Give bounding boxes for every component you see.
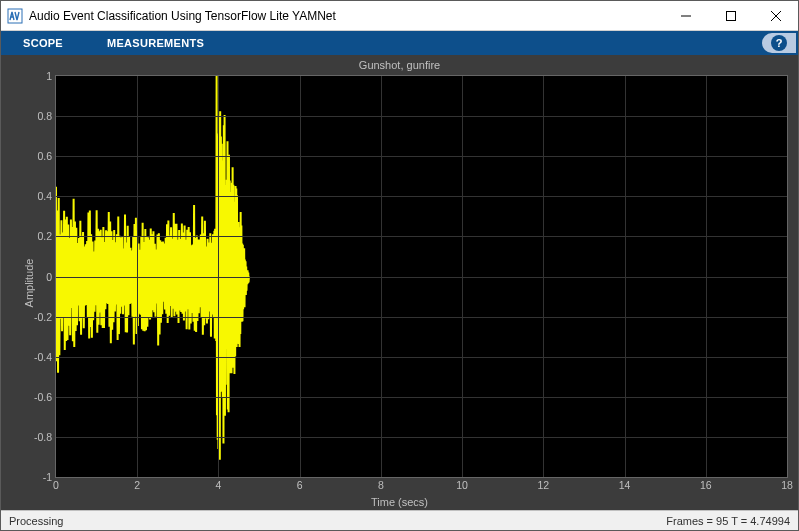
help-icon: ? (771, 35, 787, 51)
maximize-button[interactable] (708, 1, 753, 31)
tab-scope[interactable]: SCOPE (1, 31, 85, 55)
plot-title: Gunshot, gunfire (1, 59, 798, 71)
grid-line-h (56, 196, 787, 197)
status-text: Processing (9, 515, 666, 527)
help-button[interactable]: ? (762, 33, 796, 53)
grid-line-v (625, 76, 626, 477)
window-title: Audio Event Classification Using TensorF… (29, 9, 663, 23)
y-tick-label: 1 (46, 70, 56, 82)
x-axis-label: Time (secs) (1, 496, 798, 508)
x-tick-label: 0 (53, 477, 59, 491)
grid-line-h (56, 397, 787, 398)
grid-line-h (56, 357, 787, 358)
svg-rect-2 (726, 11, 735, 20)
grid-line-v (218, 76, 219, 477)
svg-rect-0 (8, 9, 22, 23)
window-controls (663, 1, 798, 31)
y-tick-label: 0.8 (37, 110, 56, 122)
titlebar[interactable]: Audio Event Classification Using TensorF… (1, 1, 798, 31)
scope-area: Gunshot, gunfire Amplitude Time (secs) -… (1, 55, 798, 510)
status-metrics: Frames = 95 T = 4.74994 (666, 515, 790, 527)
y-tick-label: 0.2 (37, 230, 56, 242)
x-tick-label: 2 (134, 477, 140, 491)
grid-line-v (381, 76, 382, 477)
minimize-button[interactable] (663, 1, 708, 31)
app-icon (7, 8, 23, 24)
x-tick-label: 6 (297, 477, 303, 491)
x-tick-label: 8 (378, 477, 384, 491)
grid-line-v (462, 76, 463, 477)
tab-measurements[interactable]: MEASUREMENTS (85, 31, 226, 55)
y-axis-label: Amplitude (23, 258, 35, 307)
y-tick-label: 0 (46, 271, 56, 283)
grid-line-h (56, 116, 787, 117)
y-tick-label: -0.8 (34, 431, 56, 443)
x-tick-label: 14 (619, 477, 631, 491)
app-window: Audio Event Classification Using TensorF… (0, 0, 799, 531)
waveform-path (56, 76, 249, 460)
grid-line-v (543, 76, 544, 477)
grid-line-h (56, 156, 787, 157)
y-tick-label: -0.6 (34, 391, 56, 403)
grid-line-h (56, 277, 787, 278)
grid-line-h (56, 236, 787, 237)
grid-line-v (706, 76, 707, 477)
close-button[interactable] (753, 1, 798, 31)
x-tick-label: 18 (781, 477, 793, 491)
toolstrip: SCOPE MEASUREMENTS ? (1, 31, 798, 55)
plot-axes[interactable]: -1-0.8-0.6-0.4-0.200.20.40.60.8102468101… (55, 75, 788, 478)
toolstrip-spacer (226, 31, 762, 55)
grid-line-h (56, 437, 787, 438)
y-tick-label: -0.4 (34, 351, 56, 363)
x-tick-label: 10 (456, 477, 468, 491)
x-tick-label: 12 (537, 477, 549, 491)
statusbar: Processing Frames = 95 T = 4.74994 (1, 510, 798, 530)
x-tick-label: 4 (216, 477, 222, 491)
y-tick-label: 0.4 (37, 190, 56, 202)
grid-line-h (56, 317, 787, 318)
grid-line-v (137, 76, 138, 477)
grid-line-v (300, 76, 301, 477)
y-tick-label: -0.2 (34, 311, 56, 323)
y-tick-label: 0.6 (37, 150, 56, 162)
x-tick-label: 16 (700, 477, 712, 491)
